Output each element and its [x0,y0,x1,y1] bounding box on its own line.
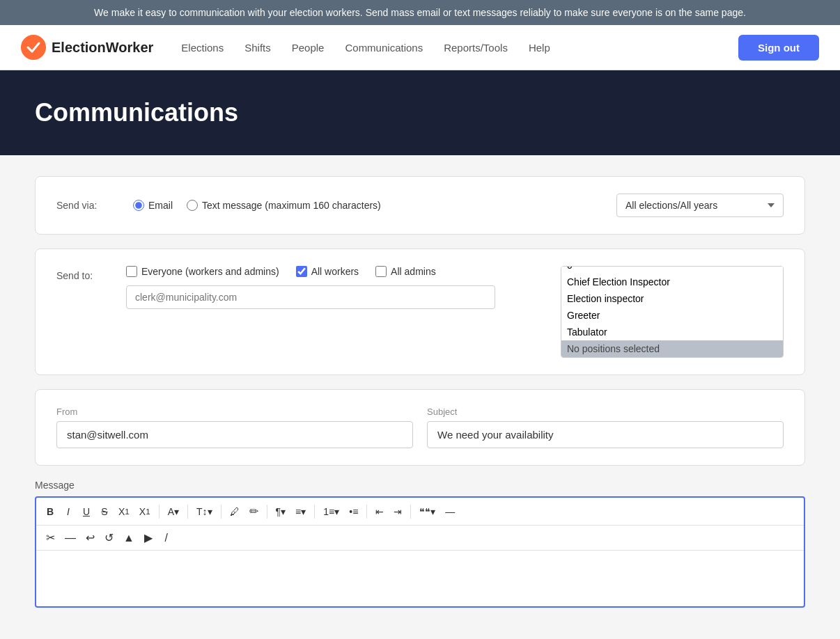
send-to-row: Send to: Everyone (workers and admins) A… [56,266,784,358]
radio-group: Email Text message (maximum 160 characte… [133,200,596,211]
highlight-button[interactable]: ✏ [245,502,263,521]
email-input[interactable] [126,285,495,309]
everyone-checkbox[interactable] [126,266,137,277]
hr-button[interactable]: — [441,503,459,520]
align-button[interactable]: ≡▾ [291,503,310,520]
email-radio[interactable] [133,200,144,211]
subject-input[interactable] [427,421,784,448]
divider-7 [410,505,411,519]
from-field-group: From [56,407,413,448]
bold-button[interactable]: B [42,503,59,520]
nav-people[interactable]: People [292,42,325,54]
everyone-label: Everyone (workers and admins) [141,266,279,277]
editor-container: B I U S X1 X1 A▾ T↕▾ 🖊 ✏ ¶▾ ≡▾ 1≡▾ •≡ [35,496,805,608]
position-option-1: Chief Election Inspector [561,274,783,290]
tb2-btn1[interactable]: ✂ [42,528,59,547]
nav-communications[interactable]: Communications [345,42,423,54]
divider-2 [187,505,188,519]
divider-5 [314,505,315,519]
position-option-4: Tabulator [561,324,783,340]
superscript-button[interactable]: X1 [135,503,155,520]
from-input[interactable] [56,421,413,448]
italic-button[interactable]: I [60,503,77,520]
top-banner: We make it easy to communication with yo… [0,0,840,25]
tb2-btn6[interactable]: ▶ [140,528,157,547]
all-admins-checkbox-option[interactable]: All admins [375,266,436,277]
all-admins-label: All admins [391,266,436,277]
nav-shifts[interactable]: Shifts [244,42,271,54]
editor-toolbar-1: B I U S X1 X1 A▾ T↕▾ 🖊 ✏ ¶▾ ≡▾ 1≡▾ •≡ [36,498,804,526]
send-to-card: Send to: Everyone (workers and admins) A… [35,248,805,375]
send-to-options: Everyone (workers and admins) All worker… [126,266,547,309]
message-label: Message [35,480,805,491]
all-admins-checkbox[interactable] [375,266,387,277]
divider-6 [366,505,367,519]
page-header: Communications [0,70,840,155]
position-option-0: 0 [561,267,783,274]
position-option-2: Election inspector [561,290,783,307]
divider-3 [221,505,221,519]
navbar: ElectionWorker Elections Shifts People C… [0,25,840,70]
from-subject-card: From Subject [35,389,805,466]
position-option-3: Greeter [561,307,783,324]
message-section: Message B I U S X1 X1 A▾ T↕▾ 🖊 ✏ ¶▾ ≡▾ [35,480,805,608]
indent-increase-button[interactable]: ⇥ [389,503,406,520]
positions-listbox[interactable]: 0 Chief Election Inspector Election insp… [561,267,783,357]
send-to-label: Send to: [56,266,112,281]
font-color-button[interactable]: A▾ [164,503,183,520]
checkbox-row: Everyone (workers and admins) All worker… [126,266,547,277]
underline-button[interactable]: U [78,503,95,520]
font-size-button[interactable]: T↕▾ [192,503,217,520]
subject-field-group: Subject [427,407,784,448]
from-label: From [56,407,413,417]
ink-button[interactable]: 🖊 [226,503,244,520]
banner-text: We make it easy to communication with yo… [94,7,746,18]
all-workers-checkbox-option[interactable]: All workers [296,266,359,277]
position-no-selection: No positions selected [561,340,783,357]
tb2-btn2[interactable]: — [61,529,80,547]
divider-4 [267,505,267,519]
strikethrough-button[interactable]: S [96,503,113,520]
nav-reports-tools[interactable]: Reports/Tools [444,42,508,54]
all-workers-checkbox[interactable] [296,266,307,277]
tb2-btn3[interactable]: ↩ [81,528,99,547]
from-subject-row: From Subject [56,407,784,448]
subject-label: Subject [427,407,784,417]
unordered-list-button[interactable]: •≡ [345,503,362,520]
send-via-label: Send via: [56,200,112,211]
text-radio-option[interactable]: Text message (maximum 160 characters) [187,200,381,211]
indent-decrease-button[interactable]: ⇤ [371,503,388,520]
send-via-row: Send via: Email Text message (maximum 16… [56,194,784,217]
paragraph-button[interactable]: ¶▾ [272,503,290,520]
positions-list-container: 0 Chief Election Inspector Election insp… [561,266,784,358]
logo-text: ElectionWorker [52,40,153,56]
email-radio-option[interactable]: Email [133,200,173,211]
ordered-list-button[interactable]: 1≡▾ [319,503,343,520]
send-via-card: Send via: Email Text message (maximum 16… [35,176,805,235]
tb2-btn5[interactable]: ▲ [119,529,139,547]
divider-1 [159,505,160,519]
nav-help[interactable]: Help [529,42,550,54]
subscript-button[interactable]: X1 [114,503,134,520]
email-radio-label: Email [148,200,173,211]
text-radio[interactable] [187,200,198,211]
page-title: Communications [35,98,805,127]
main-content: Send via: Email Text message (maximum 16… [0,155,840,629]
message-editor[interactable] [36,551,804,606]
everyone-checkbox-option[interactable]: Everyone (workers and admins) [126,266,279,277]
nav-elections[interactable]: Elections [181,42,224,54]
nav-links: Elections Shifts People Communications R… [181,42,738,54]
election-select[interactable]: All elections/All years [616,194,784,217]
tb2-btn7[interactable]: / [158,529,175,547]
text-radio-label: Text message (maximum 160 characters) [202,200,381,211]
tb2-btn4[interactable]: ↺ [100,528,118,547]
editor-toolbar-2: ✂ — ↩ ↺ ▲ ▶ / [36,526,804,551]
logo-icon [21,35,46,60]
logo[interactable]: ElectionWorker [21,35,153,60]
sign-out-button[interactable]: Sign out [738,35,819,61]
all-workers-label: All workers [311,266,359,277]
blockquote-button[interactable]: ❝❝▾ [415,503,440,520]
